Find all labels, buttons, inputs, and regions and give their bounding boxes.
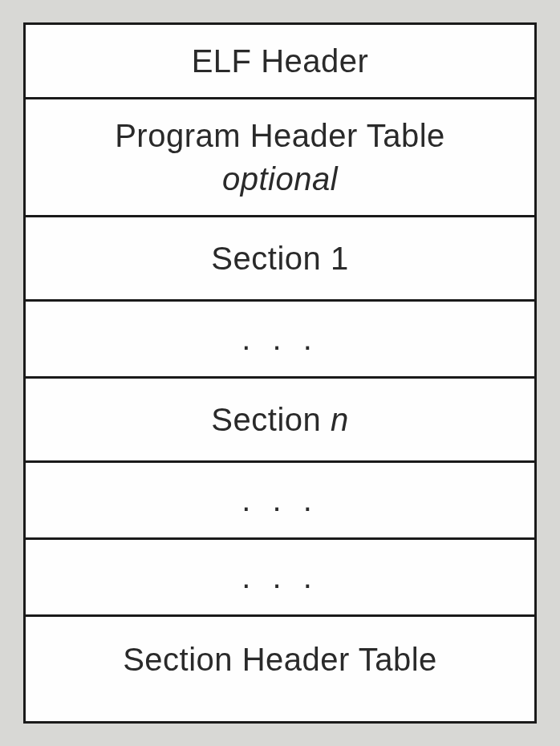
row-program-header-table: Program Header Table optional [26, 99, 534, 217]
row-section-1: Section 1 [26, 217, 534, 302]
ellipsis-2-label: . . . [241, 482, 319, 518]
section-n-label: Section n [211, 398, 348, 441]
row-elf-header: ELF Header [26, 25, 534, 99]
section-n-var: n [331, 402, 349, 437]
row-section-n: Section n [26, 379, 534, 463]
row-ellipsis-1: . . . [26, 302, 534, 379]
elf-structure-table: ELF Header Program Header Table optional… [23, 22, 537, 724]
elf-header-label: ELF Header [192, 39, 369, 83]
ellipsis-1-label: . . . [241, 321, 319, 357]
program-header-optional-label: optional [222, 157, 338, 201]
row-section-header-table: Section Header Table [26, 617, 534, 721]
row-ellipsis-2: . . . [26, 463, 534, 540]
section-1-label: Section 1 [211, 237, 348, 280]
section-header-table-label: Section Header Table [123, 638, 437, 681]
section-n-prefix: Section [211, 402, 331, 437]
program-header-table-label: Program Header Table [115, 114, 445, 157]
ellipsis-3-label: . . . [241, 559, 319, 595]
row-ellipsis-3: . . . [26, 540, 534, 617]
